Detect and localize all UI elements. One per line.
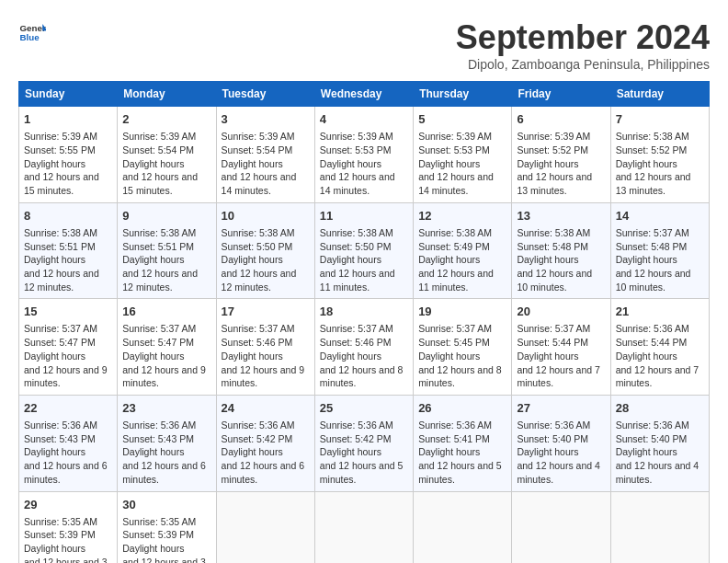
calendar-table: SundayMondayTuesdayWednesdayThursdayFrid…: [18, 81, 710, 563]
sunrise-label: Sunrise: 5:37 AM: [222, 323, 295, 334]
sunset-label: Sunset: 5:53 PM: [418, 144, 490, 155]
daylight-value: and 12 hours and 13 minutes.: [517, 171, 592, 196]
daylight-value: and 12 hours and 3 minutes.: [24, 557, 108, 563]
sunrise-label: Sunrise: 5:37 AM: [24, 323, 97, 334]
logo-icon: General Blue: [18, 18, 46, 46]
sunset-label: Sunset: 5:46 PM: [320, 337, 392, 348]
daylight-label: Daylight hours: [517, 350, 578, 362]
logo: General Blue: [18, 18, 46, 46]
day-number: 18: [320, 304, 408, 320]
sunrise-label: Sunrise: 5:38 AM: [122, 227, 196, 238]
day-number: 30: [122, 497, 210, 513]
sunrise-label: Sunrise: 5:37 AM: [517, 323, 590, 334]
sunrise-label: Sunrise: 5:39 AM: [517, 131, 590, 142]
daylight-label: Daylight hours: [122, 543, 184, 554]
daylight-label: Daylight hours: [24, 446, 85, 457]
daylight-label: Daylight hours: [616, 446, 677, 457]
calendar-day-cell: 9Sunrise: 5:38 AMSunset: 5:51 PMDaylight…: [118, 202, 216, 299]
calendar-day-cell: 29Sunrise: 5:35 AMSunset: 5:39 PMDayligh…: [19, 491, 118, 563]
day-number: 25: [320, 400, 408, 417]
calendar-day-cell: 25Sunrise: 5:36 AMSunset: 5:42 PMDayligh…: [314, 395, 413, 491]
daylight-label: Daylight hours: [320, 158, 381, 169]
sunset-label: Sunset: 5:45 PM: [418, 337, 490, 348]
day-number: 12: [418, 208, 506, 224]
sunset-label: Sunset: 5:44 PM: [517, 337, 588, 348]
calendar-day-cell: 19Sunrise: 5:37 AMSunset: 5:45 PMDayligh…: [414, 299, 512, 396]
sunset-label: Sunset: 5:44 PM: [616, 337, 688, 348]
day-number: 14: [616, 208, 704, 224]
day-number: 5: [418, 111, 506, 128]
calendar-day-cell: 11Sunrise: 5:38 AMSunset: 5:50 PMDayligh…: [314, 202, 413, 299]
sunset-label: Sunset: 5:52 PM: [616, 144, 688, 155]
day-number: 24: [222, 400, 310, 417]
daylight-label: Daylight hours: [222, 254, 283, 265]
daylight-label: Daylight hours: [122, 254, 184, 265]
calendar-week-2: 8Sunrise: 5:38 AMSunset: 5:51 PMDaylight…: [19, 202, 710, 299]
day-number: 21: [616, 304, 704, 320]
calendar-header-monday: Monday: [118, 82, 216, 107]
calendar-day-cell: [414, 491, 512, 563]
calendar-day-cell: 4Sunrise: 5:39 AMSunset: 5:53 PMDaylight…: [314, 107, 413, 203]
daylight-value: and 12 hours and 9 minutes.: [122, 364, 206, 389]
sunset-label: Sunset: 5:41 PM: [418, 433, 490, 444]
calendar-day-cell: 21Sunrise: 5:36 AMSunset: 5:44 PMDayligh…: [610, 299, 709, 396]
daylight-value: and 12 hours and 10 minutes.: [517, 268, 592, 293]
daylight-label: Daylight hours: [122, 446, 184, 457]
sunset-label: Sunset: 5:51 PM: [122, 241, 194, 252]
daylight-label: Daylight hours: [320, 350, 381, 362]
daylight-label: Daylight hours: [320, 254, 381, 265]
daylight-value: and 12 hours and 13 minutes.: [616, 171, 691, 196]
sunrise-label: Sunrise: 5:39 AM: [418, 131, 492, 142]
svg-text:Blue: Blue: [20, 32, 40, 42]
calendar-day-cell: 1Sunrise: 5:39 AMSunset: 5:55 PMDaylight…: [19, 107, 118, 203]
sunrise-label: Sunrise: 5:36 AM: [320, 419, 393, 431]
day-number: 26: [418, 400, 506, 417]
day-number: 7: [616, 111, 704, 128]
sunrise-label: Sunrise: 5:39 AM: [24, 131, 97, 142]
day-number: 13: [517, 208, 605, 224]
day-number: 6: [517, 111, 605, 128]
calendar-day-cell: [610, 491, 709, 563]
sunrise-label: Sunrise: 5:36 AM: [418, 419, 492, 431]
daylight-label: Daylight hours: [24, 543, 85, 554]
daylight-value: and 12 hours and 5 minutes.: [418, 460, 502, 485]
daylight-value: and 12 hours and 7 minutes.: [517, 364, 600, 389]
day-number: 4: [320, 111, 408, 128]
calendar-week-5: 29Sunrise: 5:35 AMSunset: 5:39 PMDayligh…: [19, 491, 710, 563]
daylight-value: and 12 hours and 6 minutes.: [122, 460, 206, 485]
daylight-value: and 12 hours and 5 minutes.: [320, 460, 404, 485]
sunset-label: Sunset: 5:48 PM: [517, 241, 588, 252]
daylight-label: Daylight hours: [222, 446, 283, 457]
sunrise-label: Sunrise: 5:37 AM: [616, 227, 689, 238]
daylight-label: Daylight hours: [24, 158, 85, 169]
calendar-day-cell: 5Sunrise: 5:39 AMSunset: 5:53 PMDaylight…: [414, 107, 512, 203]
day-number: 22: [24, 400, 112, 417]
daylight-label: Daylight hours: [517, 158, 578, 169]
calendar-header-tuesday: Tuesday: [216, 82, 314, 107]
sunrise-label: Sunrise: 5:36 AM: [24, 419, 97, 431]
sunrise-label: Sunrise: 5:35 AM: [24, 516, 97, 527]
calendar-day-cell: 7Sunrise: 5:38 AMSunset: 5:52 PMDaylight…: [610, 107, 709, 203]
day-number: 16: [122, 304, 210, 320]
day-number: 9: [122, 208, 210, 224]
sunset-label: Sunset: 5:53 PM: [320, 144, 392, 155]
daylight-label: Daylight hours: [122, 350, 184, 362]
calendar-week-3: 15Sunrise: 5:37 AMSunset: 5:47 PMDayligh…: [19, 299, 710, 396]
day-number: 20: [517, 304, 605, 320]
calendar-day-cell: 8Sunrise: 5:38 AMSunset: 5:51 PMDaylight…: [19, 202, 118, 299]
daylight-value: and 12 hours and 9 minutes.: [222, 364, 305, 389]
daylight-value: and 12 hours and 3 minutes.: [122, 557, 206, 563]
calendar-day-cell: [216, 491, 314, 563]
sunrise-label: Sunrise: 5:36 AM: [122, 419, 196, 431]
day-number: 19: [418, 304, 506, 320]
daylight-value: and 12 hours and 10 minutes.: [616, 268, 691, 293]
calendar-day-cell: 13Sunrise: 5:38 AMSunset: 5:48 PMDayligh…: [512, 202, 610, 299]
sunrise-label: Sunrise: 5:36 AM: [616, 419, 689, 431]
calendar-day-cell: 23Sunrise: 5:36 AMSunset: 5:43 PMDayligh…: [118, 395, 216, 491]
day-number: 29: [24, 497, 112, 513]
daylight-label: Daylight hours: [517, 446, 578, 457]
calendar-day-cell: 15Sunrise: 5:37 AMSunset: 5:47 PMDayligh…: [19, 299, 118, 396]
sunrise-label: Sunrise: 5:38 AM: [320, 227, 393, 238]
calendar-day-cell: 16Sunrise: 5:37 AMSunset: 5:47 PMDayligh…: [118, 299, 216, 396]
daylight-value: and 12 hours and 14 minutes.: [418, 171, 494, 196]
